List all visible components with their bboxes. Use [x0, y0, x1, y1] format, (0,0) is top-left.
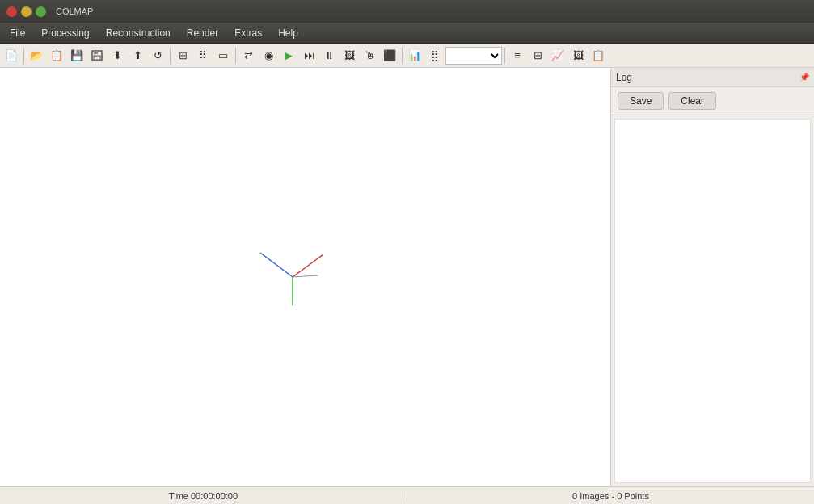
log-panel: Log 📌 Save Clear: [610, 68, 814, 486]
view-dropdown[interactable]: [445, 47, 502, 65]
menu-reconstruction[interactable]: Reconstruction: [98, 25, 179, 41]
new-icon[interactable]: 📄: [2, 46, 21, 65]
status-time: Time 00:00:00:00: [0, 491, 407, 501]
export-icon[interactable]: ⬆: [128, 46, 147, 65]
log-title: Log: [616, 72, 632, 83]
menu-file[interactable]: File: [2, 25, 33, 41]
status-info: 0 Images - 0 Points: [407, 491, 814, 501]
svg-line-3: [260, 253, 293, 277]
menu-help[interactable]: Help: [270, 25, 306, 41]
open-icon[interactable]: 📂: [27, 46, 46, 65]
svg-line-4: [293, 254, 323, 277]
cameras-icon[interactable]: ▭: [213, 46, 233, 65]
log-save-button[interactable]: Save: [618, 92, 664, 110]
image-icon[interactable]: 🖼: [568, 46, 588, 65]
menu-extras[interactable]: Extras: [226, 25, 270, 41]
svg-rect-2: [94, 56, 100, 60]
frame-play-icon[interactable]: ⏸: [319, 46, 339, 65]
statusbar: Time 00:00:00:00 0 Images - 0 Points: [0, 486, 814, 504]
points-icon[interactable]: ⠿: [193, 46, 213, 65]
toolbar-separator-1: [23, 48, 24, 64]
view-icon[interactable]: ⊞: [173, 46, 192, 65]
svg-line-5: [293, 275, 318, 277]
titlebar: COLMAP: [0, 0, 814, 23]
save-icon[interactable]: 💾: [67, 46, 86, 65]
toolbar-separator-5: [504, 48, 505, 64]
log-content[interactable]: [614, 119, 811, 483]
close-button[interactable]: [6, 6, 17, 17]
connections-icon[interactable]: ⇄: [238, 46, 258, 65]
render2-icon[interactable]: 🖱: [360, 46, 379, 65]
play-icon[interactable]: ▶: [279, 46, 298, 65]
log-header: Log 📌: [611, 68, 814, 87]
main-content: Log 📌 Save Clear: [0, 68, 814, 486]
minimize-button[interactable]: [21, 6, 32, 17]
toolbar-separator-2: [170, 48, 171, 64]
app-title: COLMAP: [56, 6, 93, 16]
menu-render[interactable]: Render: [179, 25, 226, 41]
toolbar: 📄 📂 📋 💾 ⬇ ⬆ ↺ ⊞ ⠿ ▭ ⇄ ◉ ▶ ⏭ ⏸ 🖼 🖱 ⬛ 📊 ⣿ …: [0, 44, 814, 68]
menubar: File Processing Reconstruction Render Ex…: [0, 23, 814, 44]
open-file-icon[interactable]: 📋: [47, 46, 66, 65]
grid-icon[interactable]: ⊞: [528, 46, 547, 65]
scatter-icon[interactable]: ⣿: [425, 46, 445, 65]
log-icon[interactable]: 📋: [588, 46, 608, 65]
save-as-icon[interactable]: [87, 46, 107, 65]
toolbar-separator-3: [235, 48, 236, 64]
render-icon[interactable]: 🖼: [340, 46, 359, 65]
3d-axes: [252, 237, 333, 317]
maximize-button[interactable]: [36, 6, 46, 17]
skip-icon[interactable]: ⏭: [299, 46, 318, 65]
window-controls: [6, 6, 46, 17]
viewport[interactable]: [0, 68, 610, 486]
chart-icon[interactable]: 📈: [548, 46, 567, 65]
toolbar-separator-4: [402, 48, 403, 64]
log-toolbar: Save Clear: [611, 87, 814, 116]
import-icon[interactable]: ⬇: [108, 46, 127, 65]
log-clear-button[interactable]: Clear: [668, 92, 716, 110]
menu-processing[interactable]: Processing: [33, 25, 97, 41]
stats-icon[interactable]: 📊: [405, 46, 424, 65]
pause-icon[interactable]: ◉: [259, 46, 278, 65]
align-icon[interactable]: ≡: [508, 46, 527, 65]
reset-icon[interactable]: ↺: [148, 46, 167, 65]
color-icon[interactable]: ⬛: [380, 46, 399, 65]
log-pin-icon[interactable]: 📌: [799, 73, 809, 82]
svg-rect-1: [94, 51, 98, 54]
